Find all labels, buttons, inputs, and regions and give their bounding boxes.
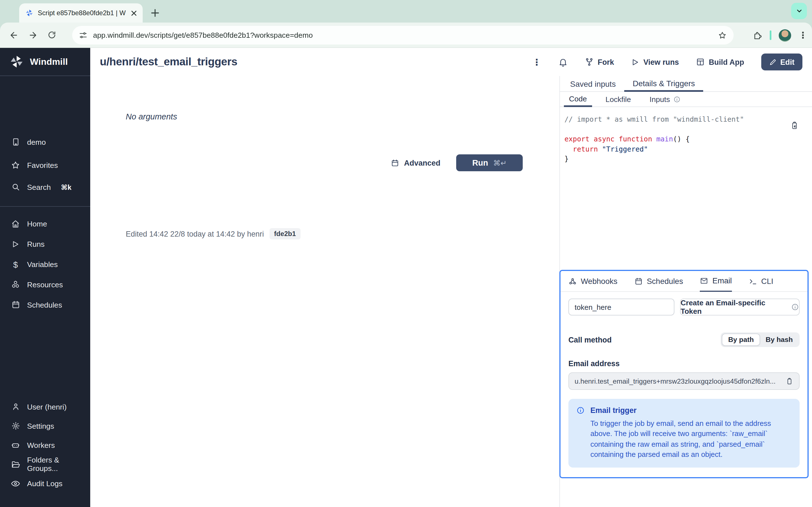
webhook-icon — [568, 277, 577, 285]
cubes-icon — [11, 280, 20, 289]
sidebar-item-user[interactable]: User (henri) — [0, 399, 90, 414]
sidebar-divider — [0, 206, 90, 207]
edit-button[interactable]: Edit — [761, 54, 802, 70]
email-address-field[interactable] — [568, 372, 800, 390]
sidebar-item-folders[interactable]: Folders & Groups... — [0, 456, 90, 472]
code-viewer: // import * as wmill from "windmill-clie… — [560, 107, 812, 270]
home-icon — [11, 219, 20, 228]
search-icon — [11, 182, 20, 192]
calendar-icon — [391, 159, 400, 167]
edited-row: Edited 14:42 22/8 today at 14:42 by henr… — [126, 228, 300, 239]
user-icon — [11, 402, 20, 411]
tab-webhooks-label: Webhooks — [581, 277, 617, 285]
build-app-button[interactable]: Build App — [696, 57, 744, 66]
code-subtabs: Code Lockfile Inputs — [560, 92, 812, 107]
by-path-option[interactable]: By path — [722, 334, 760, 346]
tab-schedules[interactable]: Schedules — [635, 271, 683, 291]
token-input[interactable] — [568, 298, 674, 316]
page-header: u/henri/test_email_triggers ⋮ Fork View — [90, 48, 812, 76]
forward-icon[interactable] — [23, 25, 42, 45]
create-token-button[interactable]: Create an Email-specific Token — [680, 298, 800, 316]
sidebar-divider — [0, 75, 90, 76]
url-bar[interactable]: app.windmill.dev/scripts/get/e857be88e0f… — [72, 26, 733, 45]
code-keyword: return — [564, 145, 602, 153]
back-icon[interactable] — [4, 25, 23, 45]
reload-icon[interactable] — [42, 25, 61, 45]
tab-title: Script e857be88e0fde2b1 | W — [38, 9, 129, 17]
email-address-value — [574, 377, 781, 385]
terminal-icon — [749, 277, 757, 285]
sidebar-item-label: Settings — [27, 421, 54, 430]
alert-body: To trigger the job by email, send an ema… — [591, 418, 791, 460]
sidebar-item-home[interactable]: Home — [0, 216, 90, 231]
play-icon — [11, 239, 20, 249]
advanced-button[interactable]: Advanced — [391, 159, 441, 167]
sidebar-item-runs[interactable]: Runs — [0, 236, 90, 252]
tab-email[interactable]: Email — [700, 271, 732, 291]
new-tab-icon[interactable] — [148, 6, 162, 20]
extensions-icon[interactable] — [753, 31, 762, 40]
bookmark-star-icon[interactable] — [718, 31, 727, 40]
sidebar-item-schedules[interactable]: Schedules — [0, 297, 90, 313]
close-icon[interactable] — [129, 8, 138, 17]
sidebar-item-label: Audit Logs — [27, 479, 63, 488]
copy-icon[interactable] — [785, 377, 794, 385]
email-trigger-body: Create an Email-specific Token Call meth… — [560, 292, 808, 468]
avatar[interactable] — [779, 29, 791, 41]
sidebar-item-workers[interactable]: Workers — [0, 437, 90, 453]
trigger-tabs: Webhooks Schedules Email — [560, 271, 808, 292]
browser-menu-icon[interactable]: ⋮ — [799, 31, 808, 40]
build-app-label: Build App — [709, 58, 744, 66]
by-hash-option[interactable]: By hash — [760, 334, 799, 346]
alert-title: Email trigger — [591, 406, 637, 414]
search-shortcut: ⌘k — [61, 183, 71, 191]
fork-button[interactable]: Fork — [585, 57, 614, 66]
sidebar-item-label: User (henri) — [27, 402, 66, 411]
sidebar-item-variables[interactable]: $ Variables — [0, 256, 90, 272]
run-row: Advanced Run ⌘↵ — [391, 154, 523, 171]
fork-label: Fork — [598, 58, 614, 66]
triggers-panel: Webhooks Schedules Email — [559, 270, 809, 478]
create-token-label: Create an Email-specific Token — [680, 298, 786, 316]
windmill-logo[interactable]: Windmill — [0, 48, 90, 75]
subtab-code[interactable]: Code — [564, 92, 592, 107]
sidebar-item-favorites[interactable]: Favorites — [0, 157, 90, 173]
tab-saved-inputs[interactable]: Saved inputs — [562, 76, 624, 92]
calendar-icon — [11, 300, 20, 309]
view-runs-button[interactable]: View runs — [631, 58, 679, 66]
sidebar-item-label: Home — [27, 219, 47, 228]
run-button[interactable]: Run ⌘↵ — [456, 154, 523, 171]
pencil-icon — [769, 58, 776, 66]
sidebar-item-resources[interactable]: Resources — [0, 277, 90, 292]
tab-cli[interactable]: CLI — [749, 271, 773, 291]
subtab-inputs[interactable]: Inputs — [645, 92, 686, 107]
fork-icon — [585, 57, 594, 66]
sidebar-item-audit-logs[interactable]: Audit Logs — [0, 475, 90, 491]
sidebar-item-label: Schedules — [27, 300, 62, 309]
subtab-lockfile[interactable]: Lockfile — [601, 92, 636, 107]
sidebar-item-label: Runs — [27, 240, 45, 248]
windmill-favicon — [26, 9, 33, 17]
more-menu-icon[interactable]: ⋮ — [532, 57, 541, 67]
advanced-label: Advanced — [404, 159, 441, 167]
version-hash-badge[interactable]: fde2b1 — [269, 228, 300, 239]
site-settings-icon[interactable] — [79, 31, 87, 40]
email-address-label: Email address — [568, 359, 800, 368]
code-keyword: export async function — [564, 135, 656, 143]
sidebar-item-search[interactable]: Search ⌘k — [0, 179, 90, 195]
code-punct: } — [564, 155, 569, 163]
chevron-down-icon[interactable] — [791, 3, 807, 19]
header-actions: ⋮ Fork View runs — [532, 48, 802, 76]
sidebar-item-label: Variables — [27, 260, 58, 269]
info-icon — [576, 406, 585, 414]
sidebar-item-settings[interactable]: Settings — [0, 418, 90, 434]
sidebar-item-workspace[interactable]: demo — [0, 134, 90, 150]
browser-tab-strip: Script e857be88e0fde2b1 | W — [0, 0, 812, 22]
sidebar-item-label: Favorites — [27, 161, 58, 169]
tab-webhooks[interactable]: Webhooks — [568, 271, 617, 291]
notifications-bell-icon[interactable] — [558, 57, 568, 67]
tab-details-triggers[interactable]: Details & Triggers — [624, 76, 703, 92]
browser-tab[interactable]: Script e857be88e0fde2b1 | W — [19, 3, 143, 22]
dollar-icon: $ — [11, 260, 20, 269]
copy-code-icon[interactable] — [790, 121, 799, 130]
